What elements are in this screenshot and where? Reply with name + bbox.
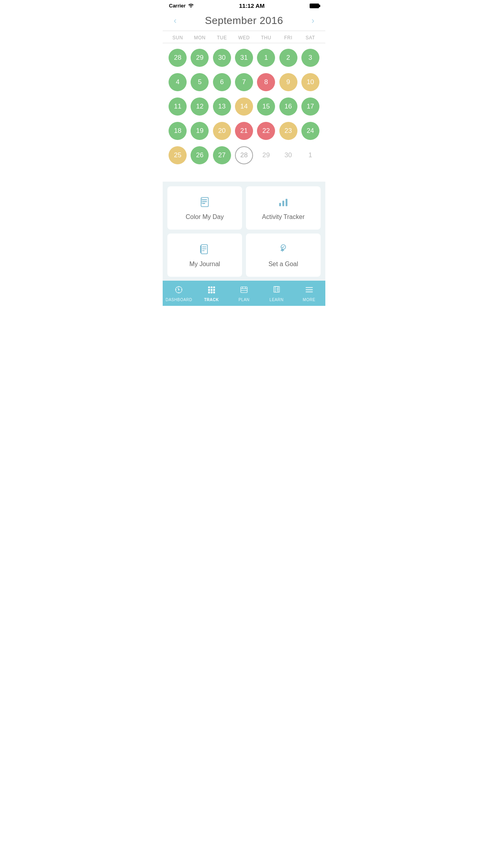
calendar-cell: 28 xyxy=(233,144,255,167)
nav-learn-label: LEARN xyxy=(270,298,284,302)
my-journal-label: My Journal xyxy=(189,261,220,268)
set-a-goal-icon xyxy=(278,244,289,257)
calendar-cell: 10 xyxy=(299,71,321,94)
day-circle[interactable]: 25 xyxy=(169,146,187,164)
day-circle[interactable]: 1 xyxy=(257,49,275,67)
day-circle[interactable]: 6 xyxy=(213,73,231,91)
calendar-cell: 30 xyxy=(277,144,299,167)
day-circle[interactable]: 11 xyxy=(169,97,187,116)
day-circle[interactable]: 29 xyxy=(257,146,275,164)
prev-month-button[interactable]: ‹ xyxy=(171,16,180,26)
day-circle[interactable]: 30 xyxy=(213,49,231,67)
set-a-goal-card[interactable]: Set a Goal xyxy=(246,234,321,277)
nav-more-label: MORE xyxy=(303,298,316,302)
battery-area xyxy=(310,4,319,8)
calendar-cell: 7 xyxy=(233,71,255,94)
calendar-grid: 2829303112345678910111213141516171819202… xyxy=(163,43,325,170)
nav-track-label: TRACK xyxy=(204,298,219,302)
nav-more[interactable]: MORE xyxy=(293,284,325,303)
day-circle[interactable]: 14 xyxy=(235,97,253,116)
day-circle[interactable]: 22 xyxy=(257,122,275,140)
calendar-cell: 24 xyxy=(299,120,321,142)
day-circle[interactable]: 13 xyxy=(213,97,231,116)
day-header-mon: MON xyxy=(189,34,211,41)
day-circle[interactable]: 16 xyxy=(279,97,297,116)
nav-dashboard[interactable]: DASHBOARD xyxy=(163,284,195,303)
day-circle[interactable]: 12 xyxy=(191,97,209,116)
svg-rect-8 xyxy=(283,200,284,206)
day-circle[interactable]: 9 xyxy=(279,73,297,91)
day-header-thu: THU xyxy=(255,34,277,41)
day-circle[interactable]: 29 xyxy=(191,49,209,67)
day-circle[interactable]: 19 xyxy=(191,122,209,140)
day-circle[interactable]: 7 xyxy=(235,73,253,91)
calendar-cell: 9 xyxy=(277,71,299,94)
my-journal-icon xyxy=(199,244,210,257)
month-title: September 2016 xyxy=(205,15,283,27)
day-circle[interactable]: 26 xyxy=(191,146,209,164)
day-circle[interactable]: 4 xyxy=(169,73,187,91)
day-circle[interactable]: 17 xyxy=(301,97,319,116)
svg-rect-23 xyxy=(208,287,210,289)
day-circle[interactable]: 23 xyxy=(279,122,297,140)
day-circle[interactable]: 15 xyxy=(257,97,275,116)
svg-rect-9 xyxy=(286,199,288,206)
day-circle[interactable]: 21 xyxy=(235,122,253,140)
day-circle[interactable]: 28 xyxy=(169,49,187,67)
next-month-button[interactable]: › xyxy=(308,16,317,26)
day-circle[interactable]: 18 xyxy=(169,122,187,140)
activity-tracker-card[interactable]: Activity Tracker xyxy=(246,186,321,230)
day-circle[interactable]: 27 xyxy=(213,146,231,164)
calendar-cell: 1 xyxy=(255,46,277,69)
calendar-cell: 2 xyxy=(277,46,299,69)
my-journal-card[interactable]: My Journal xyxy=(167,234,242,277)
day-circle[interactable]: 20 xyxy=(213,122,231,140)
day-circle[interactable]: 3 xyxy=(301,49,319,67)
svg-rect-5 xyxy=(202,200,202,201)
day-header-wed: WED xyxy=(233,34,255,41)
activity-tracker-icon xyxy=(278,197,289,210)
svg-rect-26 xyxy=(208,289,210,291)
set-a-goal-label: Set a Goal xyxy=(268,261,298,268)
day-circle[interactable]: 8 xyxy=(257,73,275,91)
wifi-icon xyxy=(188,3,194,9)
day-header-sat: SAT xyxy=(299,34,321,41)
calendar-cell: 21 xyxy=(233,120,255,142)
svg-rect-6 xyxy=(202,202,202,203)
svg-line-18 xyxy=(178,288,179,289)
calendar-cell: 5 xyxy=(189,71,211,94)
day-circle[interactable]: 28 xyxy=(235,146,253,164)
day-circle[interactable]: 24 xyxy=(301,122,319,140)
track-icon xyxy=(207,285,216,296)
calendar-cell: 17 xyxy=(299,95,321,118)
calendar-cell: 18 xyxy=(167,120,189,142)
nav-dashboard-label: DASHBOARD xyxy=(165,298,192,302)
day-circle[interactable]: 31 xyxy=(235,49,253,67)
calendar-cell: 26 xyxy=(189,144,211,167)
nav-learn[interactable]: LEARN xyxy=(260,284,293,303)
calendar-cell: 29 xyxy=(255,144,277,167)
calendar-cell: 6 xyxy=(211,71,233,94)
calendar-cell: 29 xyxy=(189,46,211,69)
svg-rect-10 xyxy=(201,245,207,254)
day-circle[interactable]: 2 xyxy=(279,49,297,67)
day-circle[interactable]: 1 xyxy=(301,146,319,164)
nav-plan[interactable]: PLAN xyxy=(228,284,261,303)
color-my-day-label: Color My Day xyxy=(186,213,224,221)
day-circle[interactable]: 30 xyxy=(279,146,297,164)
svg-rect-27 xyxy=(211,289,213,291)
bottom-nav: DASHBOARD TRACK xyxy=(163,281,325,306)
calendar-cell: 27 xyxy=(211,144,233,167)
svg-rect-32 xyxy=(241,287,248,293)
action-cards-container: Color My Day Activity Tracker My Journal xyxy=(163,182,325,281)
day-circle[interactable]: 5 xyxy=(191,73,209,91)
dashboard-icon xyxy=(174,285,183,296)
carrier-label: Carrier xyxy=(169,3,186,9)
day-header-tue: TUE xyxy=(211,34,233,41)
nav-track[interactable]: TRACK xyxy=(195,284,228,303)
nav-plan-label: PLAN xyxy=(238,298,250,302)
color-my-day-card[interactable]: Color My Day xyxy=(167,186,242,230)
plan-icon xyxy=(240,285,248,296)
calendar-cell: 11 xyxy=(167,95,189,118)
day-circle[interactable]: 10 xyxy=(301,73,319,91)
